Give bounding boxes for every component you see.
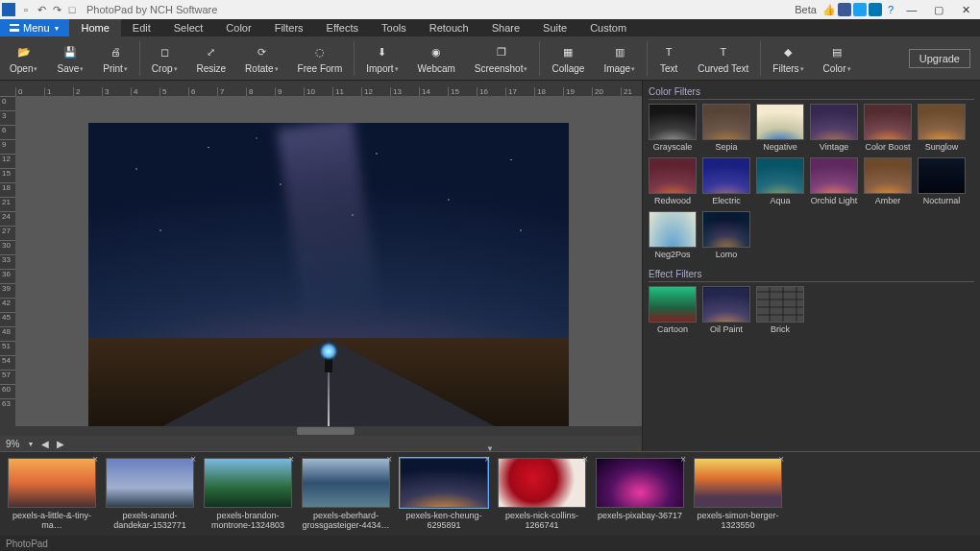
menu-tab-share[interactable]: Share xyxy=(480,19,531,36)
canvas-viewport[interactable] xyxy=(15,96,642,436)
zoom-in-button[interactable]: ▶ xyxy=(57,439,64,449)
print-button[interactable]: 🖨Print▾ xyxy=(93,36,137,80)
close-icon[interactable]: × xyxy=(386,454,392,465)
close-icon[interactable]: × xyxy=(190,454,196,465)
text-button[interactable]: TText xyxy=(649,36,688,80)
qat-new-icon[interactable]: □ xyxy=(65,3,79,16)
thumbnail-item[interactable]: ×pexels-nick-collins-1266741 xyxy=(498,458,586,531)
zoom-value: 9% xyxy=(6,439,19,449)
filter-color-boost[interactable]: Color Boost xyxy=(864,104,912,152)
thumbnail-item[interactable]: ×pexels-pixabay-36717 xyxy=(596,458,684,520)
close-icon[interactable]: × xyxy=(484,454,490,465)
menu-tab-retouch[interactable]: Retouch xyxy=(418,19,480,36)
linkedin-icon[interactable] xyxy=(869,3,882,16)
rotate-button[interactable]: ⟳Rotate▾ xyxy=(235,36,287,80)
thumbnail-item[interactable]: ×pexels-ken-cheung-6295891 xyxy=(400,458,488,531)
close-button[interactable]: ✕ xyxy=(953,1,978,18)
filter-thumb xyxy=(649,211,697,248)
filter-amber[interactable]: Amber xyxy=(864,157,912,205)
chevron-down-icon: ▾ xyxy=(124,65,128,73)
filter-aqua[interactable]: Aqua xyxy=(756,157,804,205)
chevron-down-icon: ▾ xyxy=(631,65,635,73)
maximize-button[interactable]: ▢ xyxy=(926,1,951,18)
thumbnail-label: pexels-eberhard-grossgasteiger-4434… xyxy=(302,511,390,531)
collage-button[interactable]: ▦Collage xyxy=(542,36,594,80)
menu-tab-effects[interactable]: Effects xyxy=(315,19,370,36)
thumbnail-item[interactable]: ×pexels-simon-berger-1323550 xyxy=(694,458,782,531)
filter-orchid-light[interactable]: Orchid Light xyxy=(810,157,858,205)
filter-thumb xyxy=(649,104,697,140)
filter-lomo[interactable]: Lomo xyxy=(702,211,750,259)
menu-tab-filters[interactable]: Filters xyxy=(263,19,315,36)
menu-tab-custom[interactable]: Custom xyxy=(578,19,638,36)
like-icon[interactable]: 👍 xyxy=(822,4,836,16)
webcam-button[interactable]: ◉Webcam xyxy=(408,36,465,80)
menu-tab-home[interactable]: Home xyxy=(69,19,120,36)
crop-button[interactable]: ◻Crop▾ xyxy=(142,36,187,80)
filter-oil-paint[interactable]: Oil Paint xyxy=(702,286,750,334)
filter-grayscale[interactable]: Grayscale xyxy=(649,104,697,152)
screenshot-button[interactable]: ❐Screenshot▾ xyxy=(465,36,538,80)
open-button[interactable]: 📂Open▾ xyxy=(0,36,47,80)
color-button[interactable]: ▤Color▾ xyxy=(814,36,861,80)
twitter-icon[interactable] xyxy=(853,3,867,16)
close-icon[interactable]: × xyxy=(680,454,686,465)
filter-nocturnal[interactable]: Nocturnal xyxy=(918,157,966,205)
thumbnail-image xyxy=(8,458,96,508)
help-icon[interactable]: ? xyxy=(888,4,894,15)
thumbnail-item[interactable]: ×pexels-brandon-montrone-1324803 xyxy=(204,458,292,531)
resize-button[interactable]: ⤢Resize xyxy=(187,36,236,80)
menu-tab-color[interactable]: Color xyxy=(214,19,262,36)
menu-button[interactable]: Menu ▼ xyxy=(0,19,69,36)
menu-tab-select[interactable]: Select xyxy=(162,19,215,36)
filters-button[interactable]: ◆Filters▾ xyxy=(763,36,813,80)
chevron-down-icon: ▾ xyxy=(80,65,84,73)
zoom-dropdown-icon[interactable]: ▼ xyxy=(27,441,34,447)
filter-thumb xyxy=(756,157,804,194)
menu-tab-suite[interactable]: Suite xyxy=(531,19,578,36)
app-icon xyxy=(2,3,15,16)
qat-save-icon[interactable]: ▫ xyxy=(19,3,33,16)
filter-thumb xyxy=(649,286,697,323)
horizontal-scrollbar[interactable] xyxy=(15,426,642,436)
resize-icon: ⤢ xyxy=(202,42,221,61)
thumbnail-item[interactable]: ×pexels-anand-dandekar-1532771 xyxy=(106,458,194,531)
thumbnail-item[interactable]: ×pexels-a-little-&-tiny-ma… xyxy=(8,458,96,531)
image-button[interactable]: ▥Image▾ xyxy=(594,36,645,80)
close-icon[interactable]: × xyxy=(92,454,98,465)
hamburger-icon xyxy=(10,24,19,32)
filter-thumb xyxy=(810,104,858,140)
qat-redo-icon[interactable]: ↷ xyxy=(50,3,63,16)
save-button[interactable]: 💾Save▾ xyxy=(47,36,93,80)
menu-tab-edit[interactable]: Edit xyxy=(121,19,162,36)
close-icon[interactable]: × xyxy=(582,454,588,465)
filter-sunglow[interactable]: Sunglow xyxy=(918,104,966,152)
minimize-button[interactable]: — xyxy=(899,1,924,18)
facebook-icon[interactable] xyxy=(838,3,851,16)
import-button[interactable]: ⬇Import▾ xyxy=(356,36,407,80)
menu-tab-tools[interactable]: Tools xyxy=(370,19,418,36)
upgrade-button[interactable]: Upgrade xyxy=(909,49,970,68)
filter-negative[interactable]: Negative xyxy=(756,104,804,152)
filter-brick[interactable]: Brick xyxy=(756,286,804,334)
thumbnail-item[interactable]: ×pexels-eberhard-grossgasteiger-4434… xyxy=(302,458,390,531)
open-label: Open xyxy=(10,63,33,74)
close-icon[interactable]: × xyxy=(778,454,784,465)
text-label: Text xyxy=(660,63,677,74)
close-icon[interactable]: × xyxy=(288,454,294,465)
screenshot-label: Screenshot xyxy=(475,63,524,74)
filter-neg2pos[interactable]: Neg2Pos xyxy=(649,211,697,259)
qat-undo-icon[interactable]: ↶ xyxy=(35,3,48,16)
filter-sepia[interactable]: Sepia xyxy=(702,104,750,152)
filter-cartoon[interactable]: Cartoon xyxy=(649,286,697,334)
zoom-out-button[interactable]: ◀ xyxy=(41,439,49,449)
filter-thumb xyxy=(864,104,912,140)
filter-electric[interactable]: Electric xyxy=(702,157,750,205)
curvedtext-button[interactable]: TCurved Text xyxy=(688,36,758,80)
canvas-image[interactable] xyxy=(88,123,569,430)
filter-redwood[interactable]: Redwood xyxy=(649,157,697,205)
freeform-button[interactable]: ◌Free Form xyxy=(288,36,353,80)
filter-vintage[interactable]: Vintage xyxy=(810,104,858,152)
filter-thumb xyxy=(702,286,750,323)
filter-label: Color Boost xyxy=(865,142,910,152)
